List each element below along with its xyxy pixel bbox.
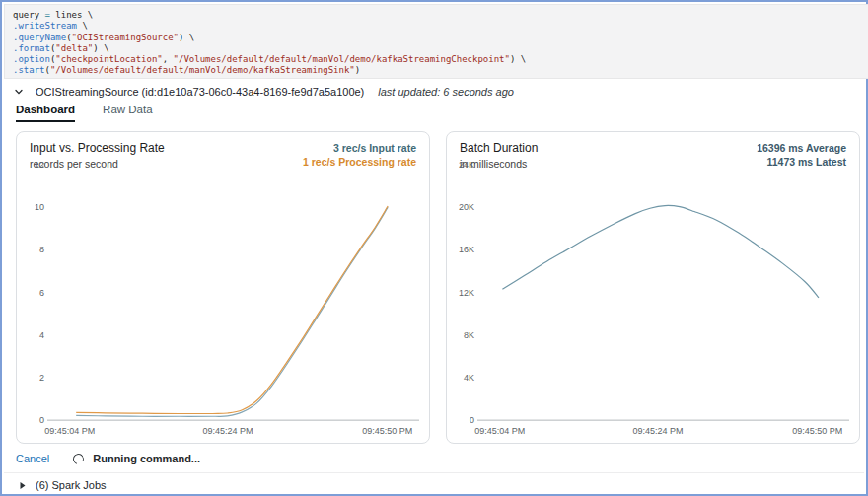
batch-duration-card: Batch Duration in milliseconds 16396 ms … — [446, 131, 860, 444]
spark-jobs-label: (6) Spark Jobs — [36, 479, 107, 491]
svg-text:10: 10 — [35, 202, 44, 212]
svg-text:4K: 4K — [464, 373, 474, 383]
svg-text:0: 0 — [39, 415, 44, 425]
notebook-cell-frame: query = lines \.writeStream \.queryName(… — [0, 0, 868, 496]
svg-text:16K: 16K — [459, 245, 474, 254]
tab-dashboard[interactable]: Dashboard — [16, 104, 75, 122]
divider — [4, 472, 864, 473]
legend-average: 16396 ms Average — [757, 141, 846, 155]
svg-text:12K: 12K — [459, 288, 474, 298]
dashboard-tabs: Dashboard Raw Data — [16, 104, 153, 122]
batch-duration-chart: 04K8K12K16K20K24K09:45:04 PM09:45:24 PM0… — [447, 159, 859, 441]
tab-raw-data[interactable]: Raw Data — [103, 104, 153, 122]
svg-text:09:45:24 PM: 09:45:24 PM — [632, 426, 683, 436]
svg-text:20K: 20K — [459, 202, 474, 212]
svg-text:24K: 24K — [459, 160, 474, 170]
svg-text:8: 8 — [39, 245, 44, 254]
spinner-icon — [71, 452, 86, 466]
svg-text:09:45:50 PM: 09:45:50 PM — [792, 426, 842, 436]
svg-text:09:45:04 PM: 09:45:04 PM — [44, 426, 95, 436]
svg-text:12: 12 — [35, 160, 44, 170]
spark-jobs-toggle[interactable]: (6) Spark Jobs — [19, 477, 107, 493]
input-processing-rate-card: Input vs. Processing Rate records per se… — [16, 131, 430, 444]
input-processing-rate-chart: 02468101209:45:04 PM09:45:24 PM09:45:50 … — [17, 159, 429, 441]
svg-text:09:45:04 PM: 09:45:04 PM — [474, 426, 525, 436]
stream-status-row: OCIStreamingSource (id:d1e10a73-06c0-43a… — [14, 84, 854, 100]
svg-text:4: 4 — [39, 330, 44, 340]
svg-text:09:45:50 PM: 09:45:50 PM — [362, 426, 412, 436]
triangle-right-icon — [19, 481, 27, 490]
svg-text:2: 2 — [39, 373, 44, 383]
running-command-label: Running command... — [93, 453, 200, 464]
svg-text:0: 0 — [470, 415, 474, 425]
command-status-row: Cancel Running command... — [16, 451, 200, 466]
cancel-button[interactable]: Cancel — [16, 453, 49, 464]
svg-text:6: 6 — [39, 288, 44, 298]
chart-title: Input vs. Processing Rate — [30, 141, 165, 155]
chart-title: Batch Duration — [460, 141, 538, 155]
chevron-down-icon[interactable] — [14, 87, 24, 97]
svg-text:09:45:24 PM: 09:45:24 PM — [202, 426, 253, 436]
code-editor[interactable]: query = lines \.writeStream \.queryName(… — [4, 4, 868, 79]
stream-query-name: OCIStreamingSource (id:d1e10a73-06c0-43a… — [36, 86, 364, 98]
legend-input-rate: 3 rec/s Input rate — [303, 141, 416, 155]
svg-text:8K: 8K — [464, 330, 474, 340]
stream-last-updated: last updated: 6 seconds ago — [378, 86, 514, 98]
